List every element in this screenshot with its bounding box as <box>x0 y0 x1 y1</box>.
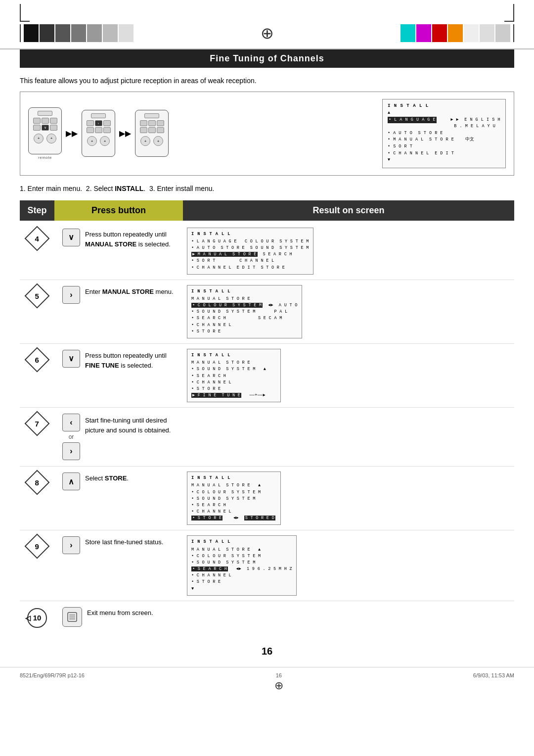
right-arrow-button-7[interactable]: › <box>62 442 80 460</box>
step6-desc: Press button repeatedly untilFINE TUNE i… <box>85 350 167 371</box>
step-number-10: ◁10 <box>27 608 47 628</box>
arrow-1: ▶▶ <box>66 129 78 138</box>
footer-center: 16 <box>276 672 282 678</box>
step5-desc: Enter MANUAL STORE menu. <box>85 286 174 297</box>
color-block-lt2 <box>480 24 494 42</box>
or-label: or <box>69 433 74 440</box>
down-arrow-button-6[interactable]: ∨ <box>62 350 80 368</box>
right-arrow-button-5[interactable]: › <box>62 286 80 304</box>
color-block-3 <box>55 24 70 42</box>
arrow-2: ▶▶ <box>119 129 131 138</box>
footer-right: 6/9/03, 11:53 AM <box>473 672 514 692</box>
step9-osd: I N S T A L L M A N U A L S T O R E ▲ • … <box>187 535 297 595</box>
intro-text: This feature allows you to adjust pictur… <box>20 77 514 85</box>
step8-desc: Select STORE. <box>85 472 129 483</box>
page-title: Fine Tuning of Channels <box>20 49 514 68</box>
right-arrow-button-9[interactable]: › <box>62 536 80 554</box>
step-number-6: 6 <box>25 347 50 373</box>
color-block-lt1 <box>464 24 479 42</box>
reg-mark-right <box>504 4 514 22</box>
instruction-line: 1. Enter main menu. 2. Select INSTALL. 3… <box>20 185 514 192</box>
step-header-col: Step <box>20 200 54 221</box>
reg-line-right <box>513 24 514 42</box>
color-block-2 <box>40 24 54 42</box>
step-row-10: ◁10 Exit menu from screen. <box>20 601 514 636</box>
step-number-8: 8 <box>25 470 50 495</box>
crosshair-icon: ⊕ <box>261 24 274 43</box>
color-block-magenta <box>416 24 431 42</box>
reg-line-left <box>20 24 21 42</box>
step-row-6: 6 ∨ Press button repeatedly untilFINE TU… <box>20 344 514 408</box>
bottom-bar: 8521/Eng/69R/79R p12-16 16 ⊕ 6/9/03, 11:… <box>0 667 534 697</box>
step-row-7: 7 ‹ or › Start fine-tuning until desired… <box>20 408 514 467</box>
page-number: 16 <box>20 646 514 657</box>
color-block-red <box>432 24 447 42</box>
press-header-col: Press button <box>54 200 183 221</box>
step4-osd: I N S T A L L • L A N G U A G E C O L O … <box>187 228 313 275</box>
step6-osd: I N S T A L L M A N U A L S T O R E • S … <box>187 349 281 402</box>
step4-desc: Press button repeatedly untilMANUAL STOR… <box>85 229 171 249</box>
step-row-9: 9 › Store last fine-tuned status. I N S … <box>20 530 514 601</box>
color-block-lt3 <box>495 24 510 42</box>
result-header-col: Result on screen <box>183 200 514 221</box>
down-arrow-button[interactable]: ∨ <box>62 229 80 246</box>
color-block-4 <box>71 24 86 42</box>
color-block-cyan <box>400 24 415 42</box>
color-block-5 <box>87 24 102 42</box>
color-block-1 <box>24 24 39 42</box>
step7-desc: Start fine-tuning until desiredpicture a… <box>85 414 171 435</box>
step-number-7: 7 <box>25 411 50 436</box>
setup-osd-screen: I N S T A L L ▲ • L A N G U A G E ► ► E … <box>382 99 506 168</box>
up-arrow-button-8[interactable]: ∧ <box>62 472 80 490</box>
remote-diagram: ∨ + + remote ▶▶ › <box>20 92 514 176</box>
step-number-5: 5 <box>25 283 50 308</box>
color-block-7 <box>119 24 134 42</box>
step-number-4: 4 <box>25 226 50 251</box>
step-row-8: 8 ∧ Select STORE. I N S T A L L M A N U … <box>20 467 514 530</box>
bottom-crosshair-icon: ⊕ <box>274 679 283 692</box>
reg-mark-left <box>20 4 30 22</box>
color-block-6 <box>103 24 118 42</box>
step10-desc: Exit menu from screen. <box>87 607 153 618</box>
step5-osd: I N S T A L L M A N U A L S T O R E • C … <box>187 285 302 338</box>
step-number-9: 9 <box>25 534 50 559</box>
footer-left: 8521/Eng/69R/79R p12-16 <box>20 672 85 692</box>
step-row-5: 5 › Enter MANUAL STORE menu. I N S T A L… <box>20 280 514 344</box>
step-row-4: 4 ∨ Press button repeatedly untilMANUAL … <box>20 223 514 280</box>
color-block-orange <box>448 24 463 42</box>
left-arrow-button-7[interactable]: ‹ <box>62 414 80 431</box>
menu-button-10[interactable] <box>62 607 82 627</box>
step9-desc: Store last fine-tuned status. <box>85 536 163 547</box>
step8-osd: I N S T A L L M A N U A L S T O R E ▲ • … <box>187 472 281 525</box>
